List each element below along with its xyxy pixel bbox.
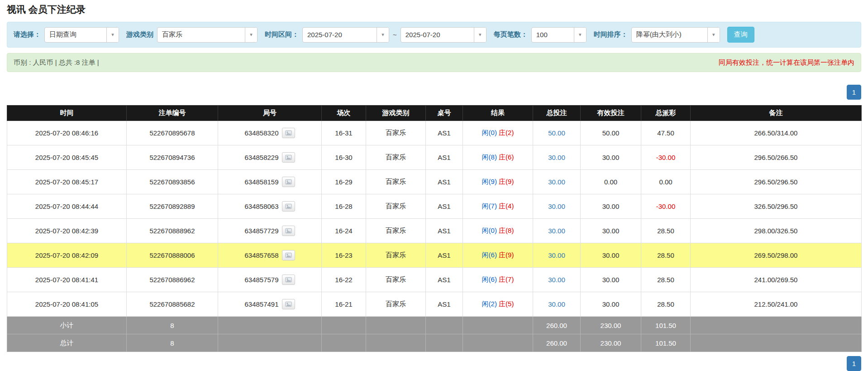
total-bet-link[interactable]: 30.00 — [548, 227, 565, 235]
query-type-label: 请选择： — [14, 30, 41, 39]
result-player: 闲(6) — [482, 275, 497, 283]
round-cell: 634858320 — [218, 121, 322, 145]
total-bet-link[interactable]: 30.00 — [548, 251, 565, 259]
result-player: 闲(9) — [482, 178, 497, 185]
video-replay-icon — [285, 203, 292, 209]
total-bet-link[interactable]: 30.00 — [548, 154, 565, 161]
replay-video-button[interactable] — [282, 177, 295, 187]
replay-video-button[interactable] — [282, 226, 295, 236]
empty-cell — [463, 317, 533, 334]
valid-bet: 30.00 — [581, 145, 641, 170]
sort-dropdown[interactable]: 降幂(由大到小) ▾ — [631, 27, 720, 43]
bet-time: 2025-07-20 08:45:17 — [7, 170, 127, 194]
col-session: 场次 — [322, 106, 366, 121]
result-player: 闲(2) — [482, 300, 497, 308]
col-valid-bet: 有效投注 — [581, 106, 641, 121]
round-id: 634857491 — [244, 300, 278, 308]
session-no: 16-29 — [322, 170, 366, 194]
search-button[interactable]: 查询 — [727, 27, 754, 43]
filter-bar: 请选择： 日期查询 ▾ 游戏类别 百家乐 ▾ 时间区间： 2025-07-20 … — [7, 22, 861, 48]
col-table-no: 桌号 — [426, 106, 463, 121]
pagination-top: 1 — [7, 85, 861, 100]
table-row: 2025-07-20 08:41:05522670885682634857491… — [7, 292, 862, 317]
table-row: 2025-07-20 08:41:41522670886962634857579… — [7, 268, 862, 292]
payout: 28.50 — [641, 243, 691, 268]
payout: 47.50 — [641, 121, 691, 145]
round-cell: 634858063 — [218, 194, 322, 219]
replay-video-button[interactable] — [282, 299, 295, 309]
replay-video-button[interactable] — [282, 275, 295, 285]
replay-video-button[interactable] — [282, 128, 295, 138]
game-type-dropdown[interactable]: 百家乐 ▾ — [157, 27, 258, 43]
round-cell: 634857491 — [218, 292, 322, 317]
total-bet-link[interactable]: 30.00 — [548, 178, 565, 186]
round-bet-id: 522670888962 — [127, 219, 218, 243]
empty-cell — [691, 317, 862, 334]
result-cell: 闲(0) 庄(2) — [463, 121, 533, 145]
subtotal-count: 8 — [127, 317, 218, 334]
table-row: 2025-07-20 08:46:16522670895678634858320… — [7, 121, 862, 145]
query-type-value: 日期查询 — [45, 30, 81, 39]
page-1-button[interactable]: 1 — [847, 85, 861, 100]
replay-video-button[interactable] — [282, 201, 295, 212]
date-to-dropdown[interactable]: 2025-07-20 ▾ — [401, 27, 486, 43]
game-type: 百家乐 — [366, 121, 426, 145]
total-bet-cell: 30.00 — [533, 219, 581, 243]
page-size-value: 100 — [532, 31, 552, 39]
bet-time: 2025-07-20 08:44:44 — [7, 194, 127, 219]
empty-cell — [218, 317, 322, 334]
total-valid-bet: 230.00 — [581, 334, 641, 352]
query-type-dropdown[interactable]: 日期查询 ▾ — [44, 27, 119, 43]
date-from-dropdown[interactable]: 2025-07-20 ▾ — [302, 27, 389, 43]
page-size-label: 每页笔数： — [494, 30, 528, 39]
page-size-dropdown[interactable]: 100 ▾ — [531, 27, 587, 43]
total-bet-link[interactable]: 30.00 — [548, 300, 565, 308]
table-no: AS1 — [426, 243, 463, 268]
total-bet-link[interactable]: 50.00 — [548, 129, 565, 137]
remark: 241.00/269.50 — [691, 268, 862, 292]
result-banker: 庄(8) — [499, 226, 514, 234]
subtotal-row: 小计 8 260.00 230.00 101.50 — [7, 317, 862, 334]
valid-bet: 50.00 — [581, 121, 641, 145]
bet-time: 2025-07-20 08:41:41 — [7, 268, 127, 292]
table-row: 2025-07-20 08:42:39522670888962634857729… — [7, 219, 862, 243]
table-row: 2025-07-20 08:45:45522670894736634858229… — [7, 145, 862, 170]
pagination-bottom: 1 — [7, 356, 861, 371]
empty-cell — [426, 317, 463, 334]
page-1-button-bottom[interactable]: 1 — [847, 356, 861, 371]
result-player: 闲(0) — [482, 129, 497, 136]
video-replay-icon — [285, 277, 292, 283]
chevron-down-icon: ▾ — [245, 28, 257, 42]
date-to-value: 2025-07-20 — [401, 31, 445, 39]
page-title: 视讯 会员下注纪录 — [7, 4, 861, 15]
bet-time: 2025-07-20 08:46:16 — [7, 121, 127, 145]
replay-video-button[interactable] — [282, 250, 295, 260]
round-bet-id: 522670885682 — [127, 292, 218, 317]
empty-cell — [426, 334, 463, 352]
chevron-down-icon: ▾ — [106, 28, 119, 42]
subtotal-payout: 101.50 — [641, 317, 691, 334]
video-replay-icon — [285, 130, 292, 136]
round-id: 634858159 — [244, 178, 278, 186]
video-replay-icon — [285, 252, 292, 258]
payout: -30.00 — [641, 145, 691, 170]
round-bet-id: 522670886962 — [127, 268, 218, 292]
game-type: 百家乐 — [366, 243, 426, 268]
total-bet-link[interactable]: 30.00 — [548, 202, 565, 210]
session-no: 16-21 — [322, 292, 366, 317]
result-banker: 庄(7) — [499, 275, 514, 283]
video-replay-icon — [285, 154, 292, 160]
remark: 212.50/241.00 — [691, 292, 862, 317]
table-no: AS1 — [426, 121, 463, 145]
payout: 28.50 — [641, 268, 691, 292]
remark: 266.50/314.00 — [691, 121, 862, 145]
result-banker: 庄(9) — [499, 251, 514, 259]
round-bet-id: 522670893856 — [127, 170, 218, 194]
table-no: AS1 — [426, 145, 463, 170]
empty-cell — [691, 334, 862, 352]
total-bet-cell: 30.00 — [533, 243, 581, 268]
total-label: 总计 — [7, 334, 127, 352]
replay-video-button[interactable] — [282, 152, 295, 163]
sort-group: 时间排序： 降幂(由大到小) ▾ — [594, 27, 720, 43]
total-bet-link[interactable]: 30.00 — [548, 276, 565, 284]
